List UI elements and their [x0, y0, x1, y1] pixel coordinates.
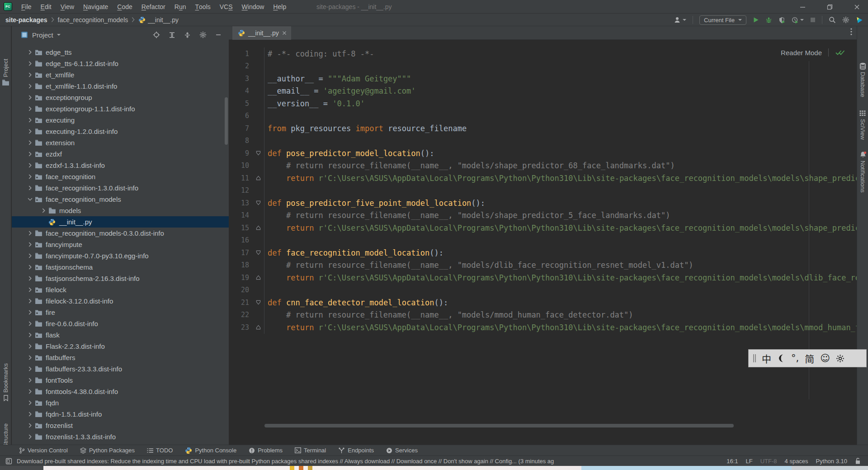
fold-end-icon[interactable]: [256, 325, 261, 330]
profiler-button[interactable]: [792, 17, 804, 24]
tree-item[interactable]: edge_tts-6.1.12.dist-info: [12, 58, 229, 69]
reader-mode-label[interactable]: Reader Mode: [781, 49, 822, 57]
tree-item[interactable]: filelock: [12, 284, 229, 295]
tree-item[interactable]: flatbuffers: [12, 352, 229, 363]
tree-item[interactable]: face_recognition_models-0.3.0.dist-info: [12, 228, 229, 239]
menu-file[interactable]: File: [17, 0, 36, 13]
tree-item[interactable]: fqdn-1.5.1.dist-info: [12, 408, 229, 420]
menu-edit[interactable]: Edit: [36, 0, 56, 13]
tree-item[interactable]: face_recognition-1.3.0.dist-info: [12, 182, 229, 194]
locate-file-button[interactable]: [153, 31, 160, 38]
fold-start-icon[interactable]: [256, 151, 261, 156]
tool-window-button-services[interactable]: Services: [386, 447, 418, 454]
chevron-right-icon[interactable]: [39, 208, 48, 213]
status-widget[interactable]: UTF-8: [760, 458, 777, 465]
tool-stripe-sciview[interactable]: SciView: [857, 110, 868, 140]
tree-item[interactable]: extension: [12, 137, 229, 148]
chevron-right-icon[interactable]: [25, 389, 34, 394]
ime-drag-handle[interactable]: [753, 354, 756, 362]
menu-refactor[interactable]: Refactor: [137, 0, 170, 13]
tree-item[interactable]: edge_tts: [12, 47, 229, 58]
menu-view[interactable]: View: [56, 0, 79, 13]
chevron-right-icon[interactable]: [25, 253, 34, 258]
maximize-button[interactable]: [822, 0, 837, 13]
tool-window-button-version-control[interactable]: Version Control: [19, 447, 68, 454]
chevron-right-icon[interactable]: [25, 242, 34, 247]
settings-button[interactable]: [842, 16, 849, 24]
ime-language-button[interactable]: 中: [762, 351, 771, 365]
breadcrumb-item[interactable]: face_recognition_models: [58, 16, 128, 24]
project-panel-title[interactable]: Project: [32, 31, 53, 39]
panel-settings-button[interactable]: [199, 31, 207, 38]
tree-item[interactable]: fastjsonschema-2.16.3.dist-info: [12, 273, 229, 284]
chevron-right-icon[interactable]: [25, 265, 34, 270]
chevron-right-icon[interactable]: [25, 84, 34, 89]
tab-init-py[interactable]: __init__.py: [232, 26, 291, 40]
menu-run[interactable]: Run: [170, 0, 191, 13]
lock-open-icon[interactable]: [855, 458, 861, 465]
run-with-coverage-button[interactable]: [778, 17, 785, 24]
tree-item[interactable]: exceptiongroup-1.1.1.dist-info: [12, 103, 229, 114]
chevron-right-icon[interactable]: [25, 185, 34, 190]
menu-navigate[interactable]: Navigate: [79, 0, 113, 13]
tree-item[interactable]: et_xmlfile-1.1.0.dist-info: [12, 81, 229, 92]
project-scrollbar[interactable]: [225, 97, 228, 145]
event-log-icon[interactable]: [5, 458, 12, 465]
tree-item[interactable]: fqdn: [12, 397, 229, 408]
run-button[interactable]: [753, 17, 759, 23]
hide-panel-button[interactable]: [215, 32, 222, 38]
status-message[interactable]: Download pre-built shared indexes: Reduc…: [17, 458, 554, 465]
fold-end-icon[interactable]: [256, 176, 261, 180]
tool-stripe-project[interactable]: Project: [0, 59, 11, 86]
menu-code[interactable]: Code: [113, 0, 137, 13]
tree-item[interactable]: models: [12, 205, 229, 216]
chevron-right-icon[interactable]: [25, 163, 34, 168]
tree-item[interactable]: executing: [12, 114, 229, 126]
tree-item[interactable]: __init__.py: [12, 216, 229, 228]
status-widget[interactable]: Python 3.10: [816, 458, 847, 465]
menu-tools[interactable]: Tools: [191, 0, 215, 13]
ime-charset-button[interactable]: 简: [805, 351, 814, 365]
chevron-right-icon[interactable]: [25, 61, 34, 66]
tool-window-button-terminal[interactable]: Terminal: [295, 447, 326, 454]
tree-item[interactable]: et_xmlfile: [12, 69, 229, 81]
fold-start-icon[interactable]: [256, 250, 261, 255]
chevron-right-icon[interactable]: [25, 72, 34, 77]
status-widget[interactable]: LF: [746, 458, 753, 465]
chevron-right-icon[interactable]: [25, 276, 34, 281]
status-widget[interactable]: 16:1: [726, 458, 738, 465]
chevron-right-icon[interactable]: [25, 366, 34, 371]
chevron-right-icon[interactable]: [25, 434, 34, 439]
ide-features-button[interactable]: [856, 16, 863, 24]
tree-item[interactable]: executing-1.2.0.dist-info: [12, 126, 229, 137]
tool-window-button-python-packages[interactable]: Python Packages: [80, 447, 135, 454]
close-button[interactable]: [849, 0, 864, 13]
fold-end-icon[interactable]: [256, 225, 261, 230]
tree-item[interactable]: fontTools: [12, 375, 229, 386]
tool-window-button-problems[interactable]: Problems: [249, 447, 283, 454]
chevron-down-icon[interactable]: [57, 34, 61, 36]
search-everywhere-button[interactable]: [829, 16, 836, 24]
tree-item[interactable]: fonttools-4.38.0.dist-info: [12, 386, 229, 397]
stop-button[interactable]: [810, 17, 816, 23]
chevron-right-icon[interactable]: [25, 140, 34, 145]
chevron-right-icon[interactable]: [25, 344, 34, 349]
tool-window-button-todo[interactable]: TODO: [147, 447, 173, 454]
tool-stripe-database[interactable]: Database: [857, 62, 868, 97]
chevron-right-icon[interactable]: [25, 152, 34, 157]
chevron-right-icon[interactable]: [25, 287, 34, 292]
tree-item[interactable]: face_recognition_models: [12, 194, 229, 205]
horizontal-scrollbar[interactable]: [264, 424, 734, 427]
tree-item[interactable]: ezdxf: [12, 148, 229, 160]
tree-item[interactable]: fire-0.6.0.dist-info: [12, 318, 229, 329]
chevron-right-icon[interactable]: [25, 412, 34, 417]
chevron-right-icon[interactable]: [25, 129, 34, 134]
breadcrumb-item[interactable]: site-packages: [5, 16, 47, 24]
tool-stripe-notifications[interactable]: Notifications: [857, 151, 868, 193]
tree-item[interactable]: flask: [12, 329, 229, 341]
tool-window-button-python-console[interactable]: Python Console: [185, 447, 236, 454]
tree-item[interactable]: flatbuffers-23.3.3.dist-info: [12, 363, 229, 375]
fold-start-icon[interactable]: [256, 300, 261, 305]
ime-gear-icon[interactable]: [836, 354, 844, 363]
tree-item[interactable]: exceptiongroup: [12, 92, 229, 103]
